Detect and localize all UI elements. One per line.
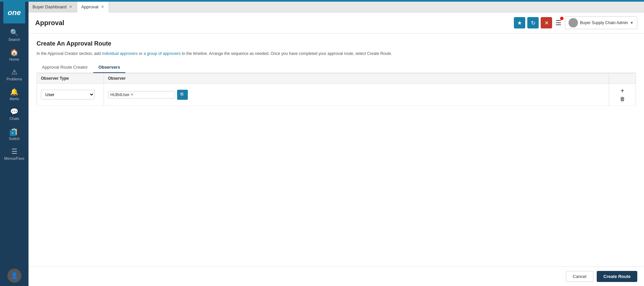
sidebar-label-menus: Menus/Favs [4,156,24,160]
col-header-observer-type: Observer Type [37,73,104,84]
sidebar-label-chats: Chats [9,117,19,121]
sidebar-item-alerts[interactable]: 🔔 Alerts [0,84,29,104]
sidebar-item-menus[interactable]: ☰ Menus/Favs [0,144,29,164]
tab-bar: Buyer Dashboard ✕ Approval ✕ [29,2,644,12]
individual-link[interactable]: individual approvers [102,51,138,56]
observer-table: Observer Type Observer User Group [37,73,636,106]
footer: Cancel Create Route [29,267,644,286]
page-header: Approval ★ ↻ ✕ ☰ Buyer Supply Chain Admi [29,12,644,33]
refresh-button[interactable]: ↻ [527,17,539,28]
tab-close-buyer-dashboard[interactable]: ✕ [68,5,73,9]
tag-input[interactable]: HUB4User ✕ [108,91,175,98]
row-actions-cell: + 🗑 [609,84,636,106]
content-tabs: Approval Route Creator Observers [37,62,636,73]
sidebar-label-search: Search [8,38,20,42]
app-logo[interactable]: one [3,2,25,23]
hamburger-icon: ☰ [555,19,561,26]
section-title: Create An Approval Route [37,40,636,47]
hamburger-menu-button[interactable]: ☰ [554,17,563,28]
col-header-actions [609,73,636,84]
close-button[interactable]: ✕ [541,17,552,28]
search-icon-btn: 🔍 [180,92,185,97]
sidebar-label-problems: Problems [6,77,22,81]
logo-text: one [8,8,21,17]
tab-observers[interactable]: Observers [93,62,125,73]
chat-icon: 💬 [10,108,18,116]
content-area: Create An Approval Route In the Approval… [29,33,644,267]
tag-remove-button[interactable]: ✕ [130,92,133,97]
refresh-icon: ↻ [531,20,535,26]
user-name: Buyer Supply Chain Admin [580,20,628,25]
switch-badge: ≡ [10,130,16,136]
add-row-button[interactable]: + [619,86,627,95]
tag-label: HUB4User [110,92,129,97]
sidebar-label-home: Home [9,57,19,61]
observer-tag: HUB4User ✕ [110,92,133,97]
tab-creator-label: Approval Route Creator [42,65,88,70]
search-icon: 🔍 [10,28,18,37]
observer-cell: HUB4User ✕ 🔍 [104,84,609,106]
avatar-icon: 👤 [11,272,18,279]
dropdown-chevron-icon: ▼ [630,21,634,25]
sidebar-item-search[interactable]: 🔍 Search [0,25,29,45]
user-avatar[interactable]: 👤 [7,269,21,283]
sidebar-label-switch: Switch [9,137,19,141]
tab-label-approval: Approval [81,4,98,9]
observer-search-button[interactable]: 🔍 [177,90,188,100]
user-dropdown[interactable]: Buyer Supply Chain Admin ▼ [565,16,637,29]
col-header-observer: Observer [104,73,609,84]
header-actions: ★ ↻ ✕ ☰ Buyer Supply Chain Admin ▼ [514,16,637,29]
description-text: In the Approval Creator section, add ind… [37,51,636,57]
group-link[interactable]: a group of approvers [144,51,181,56]
sidebar-label-alerts: Alerts [9,97,19,101]
tab-close-approval[interactable]: ✕ [100,5,105,9]
star-icon: ★ [517,20,522,26]
tab-observers-label: Observers [99,65,120,70]
observer-type-select[interactable]: User Group Role [41,90,95,99]
delete-row-button[interactable]: 🗑 [618,95,627,103]
observer-input-container: HUB4User ✕ 🔍 [108,90,605,100]
main-area: Buyer Dashboard ✕ Approval ✕ Approval ★ … [29,2,644,286]
close-icon: ✕ [544,20,549,26]
tab-approval-route-creator[interactable]: Approval Route Creator [37,62,93,73]
create-route-button[interactable]: Create Route [597,271,637,282]
tab-buyer-dashboard[interactable]: Buyer Dashboard ✕ [29,2,77,12]
tab-approval[interactable]: Approval ✕ [77,2,109,12]
tab-label-buyer-dashboard: Buyer Dashboard [33,4,66,9]
user-avatar-header [569,18,578,27]
bell-icon: 🔔 [10,88,18,96]
sidebar-item-switch[interactable]: 📋 ≡ Switch [0,124,29,144]
warning-icon: ⚠ [11,68,17,76]
menu-icon: ☰ [11,147,17,155]
page-title: Approval [35,19,514,27]
home-icon: 🏠 [10,48,18,56]
sidebar-item-chats[interactable]: 💬 Chats [0,104,29,124]
observer-type-cell: User Group Role [37,84,104,106]
sidebar-item-problems[interactable]: ⚠ Problems [0,65,29,84]
notification-dot [560,17,564,20]
table-row: User Group Role HUB4User ✕ [37,84,636,106]
cancel-button[interactable]: Cancel [566,271,593,282]
sidebar: one 🔍 Search 🏠 Home ⚠ Problems 🔔 Alerts … [0,2,29,286]
sidebar-item-home[interactable]: 🏠 Home [0,45,29,65]
favorite-button[interactable]: ★ [514,17,525,28]
